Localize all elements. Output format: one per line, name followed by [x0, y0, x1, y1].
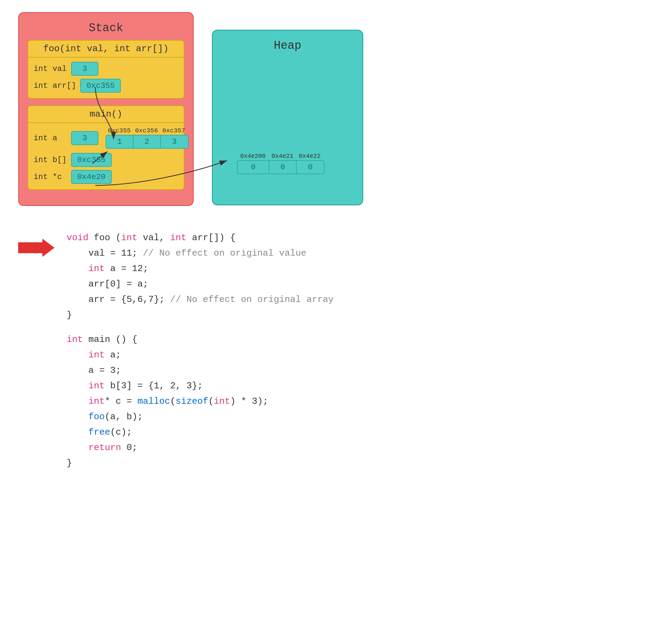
addr-0xc356: 0xc356	[133, 127, 160, 134]
main-b-array: 0xc355 0xc356 0xc357 1 2 3	[106, 127, 189, 149]
main-function: int main () { int a; a = 3; int b[3] = {…	[67, 332, 334, 471]
foo-function: void foo (int val, int arr[]) { val = 11…	[67, 230, 334, 323]
foo-arr-box: 0xc355	[80, 79, 121, 93]
foo-frame: foo(int val, int arr[]) int val 3 int ar…	[27, 40, 184, 99]
foo-arr-label: int arr[]	[33, 81, 76, 90]
main-line-4: int b[3] = {1, 2, 3};	[67, 378, 334, 394]
foo-val-box: 3	[71, 62, 98, 76]
main-frame: main() int a 3 0xc355 0xc356 0xc357 1 2 …	[27, 106, 184, 190]
heap-array: 0x4e200 0x4e21 0x4e22 0 0 0	[237, 153, 325, 174]
main-a-label: int a	[33, 134, 67, 143]
heap-cell-1: 0	[269, 161, 297, 173]
main-line-9: }	[67, 456, 334, 471]
main-line-6: foo(a, b);	[67, 409, 334, 425]
main-b-row: int b[] 0xc355	[33, 153, 178, 167]
main-b-box: 0xc355	[71, 153, 112, 167]
foo-line-4: arr[0] = a;	[67, 277, 334, 292]
heap-addr-0: 0x4e200	[237, 153, 269, 160]
main-a-row: int a 3 0xc355 0xc356 0xc357 1 2 3	[33, 127, 178, 149]
stack-container: Stack foo(int val, int arr[]) int val 3 …	[18, 12, 194, 206]
foo-line-5: arr = {5,6,7}; // No effect on original …	[67, 292, 334, 307]
main-line-1: int main () {	[67, 332, 334, 347]
main-c-box: 0x4e20	[71, 170, 112, 184]
heap-val-row: 0 0 0	[237, 160, 325, 174]
foo-arr-row: int arr[] 0xc355	[33, 79, 178, 93]
arr-cell-2: 2	[134, 135, 161, 148]
main-line-5: int* c = malloc(sizeof(int) * 3);	[67, 394, 334, 409]
red-arrow	[18, 239, 54, 258]
main-a-box: 3	[71, 131, 98, 145]
addr-0xc357: 0xc357	[160, 127, 187, 134]
code-block: void foo (int val, int arr[]) { val = 11…	[67, 230, 334, 480]
heap-addr-1: 0x4e21	[269, 153, 296, 160]
main-b-val-row: 1 2 3	[106, 135, 189, 149]
heap-cell-0: 0	[238, 161, 269, 173]
main-line-2: int a;	[67, 347, 334, 363]
main-c-row: int *c 0x4e20	[33, 170, 178, 184]
foo-line-3: int a = 12;	[67, 261, 334, 277]
heap-addr-2: 0x4e22	[296, 153, 323, 160]
arr-cell-1: 1	[106, 135, 134, 148]
heap-cell-2: 0	[297, 161, 324, 173]
heap-label: Heap	[221, 39, 354, 52]
foo-line-1: void foo (int val, int arr[]) {	[67, 230, 334, 246]
svg-marker-1	[18, 239, 54, 257]
addr-0xc355: 0xc355	[106, 127, 133, 134]
main-b-addr-row: 0xc355 0xc356 0xc357	[106, 127, 189, 134]
foo-line-6: }	[67, 307, 334, 323]
foo-val-row: int val 3	[33, 62, 178, 76]
arr-cell-3: 3	[161, 135, 188, 148]
stack-label: Stack	[27, 22, 184, 34]
code-section: void foo (int val, int arr[]) { val = 11…	[18, 230, 654, 480]
foo-line-2: val = 11; // No effect on original value	[67, 246, 334, 261]
foo-frame-title: foo(int val, int arr[])	[28, 41, 184, 57]
main-line-7: free(c);	[67, 425, 334, 440]
main-b-label: int b[]	[33, 155, 67, 164]
red-arrow-svg	[18, 239, 54, 257]
foo-val-label: int val	[33, 64, 67, 73]
main-c-label: int *c	[33, 172, 67, 182]
heap-container: Heap 0x4e200 0x4e21 0x4e22 0 0 0	[212, 30, 363, 205]
main-frame-title: main()	[28, 106, 184, 123]
main-line-3: a = 3;	[67, 363, 334, 378]
heap-addr-row: 0x4e200 0x4e21 0x4e22	[237, 153, 325, 160]
main-line-8: return 0;	[67, 440, 334, 456]
